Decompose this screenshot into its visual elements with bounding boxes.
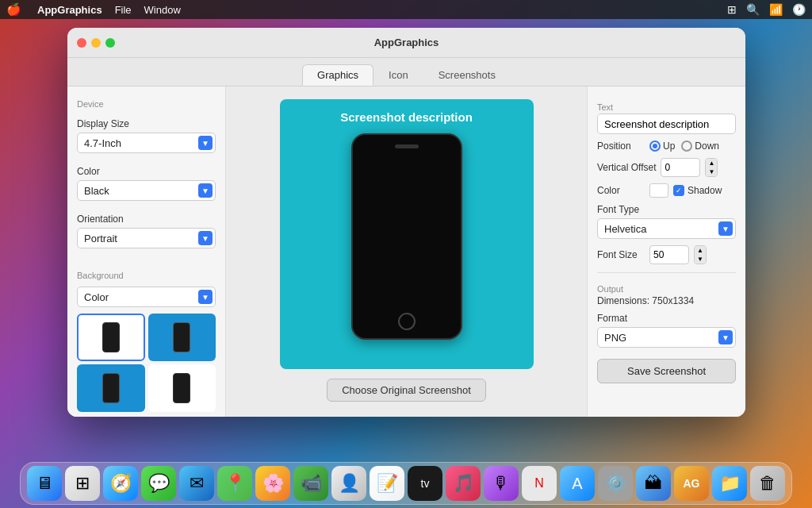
position-up-option[interactable]: Up — [649, 140, 675, 152]
font-size-label: Font Size — [597, 249, 645, 260]
phone-screen — [353, 135, 461, 338]
center-panel: Screenshot description Choose Original S… — [226, 87, 587, 417]
display-size-group: Display Size 4.7-Inch ▼ — [77, 118, 216, 160]
orientation-select[interactable]: Portrait — [77, 228, 216, 248]
window-titlebar: AppGraphics — [67, 28, 745, 58]
format-label: Format — [597, 313, 736, 324]
shadow-checkbox[interactable]: ✓ — [673, 185, 684, 196]
right-panel: Text Position Up Down Vertical Offset — [587, 87, 745, 417]
dock-maps[interactable]: 📍 — [217, 466, 252, 501]
main-window: AppGraphics Graphics Icon Screenshots De… — [67, 28, 745, 417]
divider — [597, 272, 736, 273]
position-label: Position — [597, 140, 645, 152]
dock-appgraphics[interactable]: AG — [674, 466, 709, 501]
dock-podcasts[interactable]: 🎙 — [484, 466, 519, 501]
swatch-white[interactable] — [77, 314, 145, 361]
choose-screenshot-button[interactable]: Choose Original Screenshot — [327, 379, 486, 402]
tab-bar: Graphics Icon Screenshots — [67, 58, 745, 87]
swatch-white-bottom[interactable] — [148, 364, 216, 412]
font-size-row: Font Size ▲ ▼ — [597, 245, 736, 264]
menubar-window[interactable]: Window — [144, 4, 181, 16]
background-section: Background Color ▼ — [77, 267, 216, 412]
format-select-wrapper: PNG ▼ — [597, 327, 736, 348]
phone-preview — [351, 133, 462, 340]
content-area: Device Display Size 4.7-Inch ▼ Color Bla… — [67, 87, 745, 417]
tab-graphics[interactable]: Graphics — [302, 64, 373, 86]
dock-appletv[interactable]: tv — [408, 466, 442, 501]
position-up-label: Up — [663, 140, 675, 152]
output-section-label: Output — [597, 284, 623, 294]
dock-photos[interactable]: 🌸 — [255, 466, 290, 501]
swatch-blue-left[interactable] — [77, 364, 145, 412]
display-size-select[interactable]: 4.7-Inch — [77, 133, 216, 153]
position-up-radio[interactable] — [649, 140, 661, 152]
tab-screenshots[interactable]: Screenshots — [423, 64, 511, 86]
display-size-label: Display Size — [77, 118, 216, 129]
close-button[interactable] — [77, 38, 86, 48]
background-type-wrapper: Color ▼ — [77, 287, 216, 307]
stepper-down[interactable]: ▼ — [706, 167, 717, 176]
phone-speaker — [395, 144, 419, 148]
font-size-input[interactable] — [649, 245, 689, 264]
orientation-label: Orientation — [77, 214, 216, 225]
color-picker[interactable] — [649, 183, 668, 198]
control-center-icon[interactable]: ⊞ — [727, 3, 737, 16]
dock-folder[interactable]: 📁 — [712, 466, 747, 501]
dimensions-text: Dimensions: 750x1334 — [597, 295, 736, 306]
dock-safari[interactable]: 🧭 — [103, 466, 138, 501]
font-size-stepper[interactable]: ▲ ▼ — [694, 245, 707, 264]
position-down-radio[interactable] — [681, 140, 692, 152]
menubar-file[interactable]: File — [115, 4, 132, 16]
stepper-up[interactable]: ▲ — [706, 159, 717, 167]
tab-icon[interactable]: Icon — [373, 64, 423, 86]
vertical-offset-stepper[interactable]: ▲ ▼ — [705, 158, 718, 177]
dock-facetime[interactable]: 📹 — [293, 466, 328, 501]
dock-messages[interactable]: 💬 — [141, 466, 176, 501]
swatch-blue-right[interactable] — [148, 314, 216, 361]
color-text-label: Color — [597, 185, 645, 196]
dock-appstore[interactable]: A — [560, 466, 595, 501]
dock-reminders[interactable]: 📝 — [370, 466, 404, 501]
format-group: Format PNG ▼ — [597, 313, 736, 348]
dock-systempreferences[interactable]: ⚙️ — [598, 466, 633, 501]
dock-mail[interactable]: ✉ — [179, 466, 214, 501]
dock-launchpad[interactable]: ⊞ — [65, 466, 100, 501]
font-type-select[interactable]: Helvetica — [597, 218, 736, 239]
position-row: Position Up Down — [597, 140, 736, 152]
wifi-icon[interactable]: 📶 — [769, 3, 783, 16]
phone-home-button — [398, 313, 416, 330]
vertical-offset-input[interactable] — [661, 158, 700, 177]
font-size-stepper-down[interactable]: ▼ — [695, 255, 706, 264]
font-size-stepper-up[interactable]: ▲ — [695, 246, 706, 255]
save-screenshot-button[interactable]: Save Screenshot — [597, 359, 736, 383]
search-icon[interactable]: 🔍 — [746, 3, 760, 16]
color-select-wrapper: Black ▼ — [77, 180, 216, 201]
shadow-label: Shadow — [688, 185, 722, 196]
display-size-select-wrapper: 4.7-Inch ▼ — [77, 133, 216, 153]
vertical-offset-row: Vertical Offset ▲ ▼ — [597, 158, 736, 177]
dock-finder[interactable]: 🖥 — [27, 466, 62, 501]
apple-menu[interactable]: 🍎 — [6, 2, 21, 17]
position-down-option[interactable]: Down — [681, 140, 719, 152]
color-row: Color ✓ Shadow — [597, 183, 736, 198]
minimize-button[interactable] — [91, 38, 101, 48]
color-swatches — [77, 314, 216, 412]
dock-news[interactable]: N — [522, 466, 557, 501]
vertical-offset-label: Vertical Offset — [597, 162, 656, 173]
color-label: Color — [77, 166, 216, 177]
orientation-select-wrapper: Portrait ▼ — [77, 228, 216, 248]
maximize-button[interactable] — [105, 38, 115, 48]
dock-music[interactable]: 🎵 — [446, 466, 481, 501]
dock: 🖥 ⊞ 🧭 💬 ✉ 📍 🌸 📹 👤 📝 tv 🎵 🎙 N A ⚙️ 🏔 AG 📁… — [20, 462, 792, 505]
clock-icon[interactable]: 🕐 — [792, 3, 806, 16]
screenshot-description-input[interactable] — [597, 114, 736, 134]
dock-wallpaper[interactable]: 🏔 — [636, 466, 671, 501]
format-select[interactable]: PNG — [597, 327, 736, 348]
menubar-app-name[interactable]: AppGraphics — [37, 4, 102, 16]
dock-trash[interactable]: 🗑 — [750, 466, 785, 501]
background-type-select[interactable]: Color — [77, 287, 216, 307]
color-select[interactable]: Black — [77, 180, 216, 201]
menubar-right-icons: ⊞ 🔍 📶 🕐 — [727, 3, 806, 16]
window-controls — [77, 38, 115, 48]
dock-contacts[interactable]: 👤 — [331, 466, 366, 501]
